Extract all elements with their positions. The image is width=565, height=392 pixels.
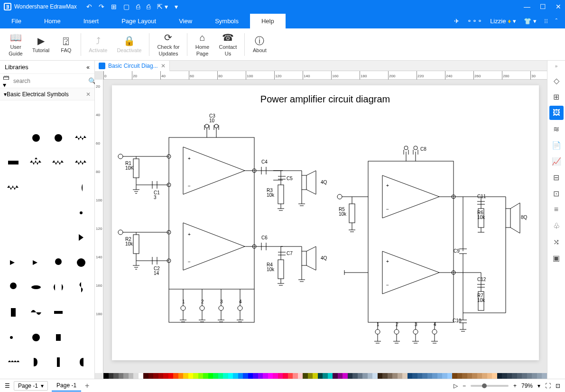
fill-icon[interactable]: ◇: [549, 73, 564, 88]
grid-icon[interactable]: ⊞: [549, 90, 564, 104]
symbol-photodiode[interactable]: [25, 252, 47, 273]
more-icon[interactable]: ▾: [175, 3, 178, 10]
symbol-bulb[interactable]: [70, 252, 93, 273]
color-swatch[interactable]: [283, 373, 288, 379]
about-button[interactable]: ⓘAbout: [248, 33, 271, 55]
color-swatch[interactable]: [173, 373, 178, 379]
color-swatch[interactable]: [129, 373, 134, 379]
color-swatch[interactable]: [402, 373, 408, 379]
color-swatch[interactable]: [338, 373, 343, 379]
color-swatch[interactable]: [258, 373, 263, 379]
color-swatch[interactable]: [542, 373, 547, 379]
color-swatch[interactable]: [248, 373, 253, 379]
color-swatch[interactable]: [198, 373, 204, 379]
color-swatch[interactable]: [148, 373, 154, 379]
menu-symbols[interactable]: Symbols: [204, 14, 250, 28]
color-swatch[interactable]: [278, 373, 283, 379]
user-menu[interactable]: Lizzie ♦ ▾: [490, 18, 516, 25]
color-swatch[interactable]: [492, 373, 497, 379]
image-icon[interactable]: 🖼: [549, 106, 564, 120]
color-swatch[interactable]: [368, 373, 373, 379]
color-swatch[interactable]: [153, 373, 158, 379]
color-swatch[interactable]: [253, 373, 258, 379]
color-swatch[interactable]: [527, 373, 532, 379]
symbol-wave[interactable]: [25, 302, 47, 323]
symbol-fuse[interactable]: [25, 277, 47, 298]
color-swatch[interactable]: [298, 373, 303, 379]
color-swatch[interactable]: [408, 373, 413, 379]
page-list-icon[interactable]: ☰: [5, 383, 10, 389]
chevron-down-icon[interactable]: ▾: [537, 383, 540, 389]
close-tab-icon[interactable]: ✕: [161, 63, 166, 69]
color-swatch[interactable]: [103, 373, 109, 379]
symbol-junction[interactable]: [70, 102, 93, 123]
page-tab[interactable]: Page -1: [52, 380, 81, 392]
color-swatch[interactable]: [333, 373, 338, 379]
faq-button[interactable]: ⍰FAQ: [54, 33, 78, 55]
color-swatch[interactable]: [268, 373, 273, 379]
canvas-scroll[interactable]: Power amplifier circuit diagram C3 10: [103, 80, 547, 373]
table-icon[interactable]: ⊟: [549, 170, 564, 184]
symbol-antenna[interactable]: [25, 227, 47, 248]
color-swatch[interactable]: [203, 373, 208, 379]
shuffle-icon[interactable]: ⤭: [549, 235, 564, 249]
zoom-level[interactable]: 79%: [521, 383, 533, 389]
collapse-left-icon[interactable]: «: [86, 64, 90, 71]
color-swatch[interactable]: [188, 373, 194, 379]
page-selector[interactable]: Page -1 ▾: [14, 381, 48, 391]
symbol-switch[interactable]: [47, 277, 70, 298]
color-swatch[interactable]: [487, 373, 492, 379]
color-swatch[interactable]: [512, 373, 517, 379]
color-swatch[interactable]: [303, 373, 308, 379]
align-icon[interactable]: ≡: [549, 202, 564, 217]
color-swatch[interactable]: [388, 373, 393, 379]
color-swatch[interactable]: [323, 373, 328, 379]
color-swatch[interactable]: [392, 373, 398, 379]
color-swatch[interactable]: [477, 373, 482, 379]
library-icon[interactable]: 🗃 ▾: [3, 73, 9, 89]
symbol-source-circle2[interactable]: [47, 128, 70, 148]
symbol-core[interactable]: [25, 352, 47, 373]
share-icon[interactable]: ⚬⚬⚬: [467, 18, 482, 25]
fit-icon[interactable]: ⛶: [545, 383, 551, 389]
collapse-ribbon-icon[interactable]: ˆ: [556, 18, 557, 25]
page-canvas[interactable]: Power amplifier circuit diagram C3 10: [112, 85, 539, 360]
library-search-input[interactable]: [11, 76, 86, 86]
symbol-line[interactable]: [2, 327, 25, 348]
fullscreen-icon[interactable]: ⊡: [556, 383, 560, 389]
color-swatch[interactable]: [482, 373, 487, 379]
close-category-icon[interactable]: ✕: [86, 91, 91, 98]
layers-icon[interactable]: ≋: [549, 122, 564, 136]
symbol-varistor[interactable]: [70, 152, 93, 173]
color-swatch[interactable]: [288, 373, 293, 379]
symbol-jack[interactable]: [70, 327, 93, 348]
symbol-pot[interactable]: [25, 152, 47, 173]
color-swatch[interactable]: [452, 373, 457, 379]
color-swatch[interactable]: [213, 373, 218, 379]
export-icon[interactable]: ⇱ ▾: [157, 3, 168, 10]
color-swatch[interactable]: [293, 373, 298, 379]
present-icon[interactable]: ▣: [549, 251, 564, 265]
menu-home[interactable]: Home: [33, 14, 72, 28]
undo-icon[interactable]: ↶: [86, 3, 92, 10]
menu-help[interactable]: Help: [250, 14, 286, 28]
color-swatch[interactable]: [178, 373, 184, 379]
color-swatch[interactable]: [462, 373, 467, 379]
symbol-fuse2[interactable]: [47, 302, 70, 323]
zoom-in-icon[interactable]: +: [513, 383, 517, 389]
color-swatch[interactable]: [422, 373, 427, 379]
symbol-cap3[interactable]: [2, 202, 25, 223]
color-swatch[interactable]: [168, 373, 174, 379]
color-swatch[interactable]: [372, 373, 378, 379]
color-swatch[interactable]: [432, 373, 437, 379]
minimize-button[interactable]: —: [524, 3, 530, 10]
tutorial-button[interactable]: ▶Tutorial: [28, 33, 54, 55]
check-updates-button[interactable]: ⟳Check for Updates: [152, 30, 184, 58]
apps-icon[interactable]: ⁝⁝: [544, 18, 548, 25]
symbol-capacitor2[interactable]: [70, 177, 93, 198]
color-swatch[interactable]: [517, 373, 522, 379]
document-tab[interactable]: Basic Circuit Diag... ✕: [95, 61, 170, 71]
color-swatch[interactable]: [238, 373, 243, 379]
color-swatch[interactable]: [502, 373, 507, 379]
contact-us-button[interactable]: ☎Contact Us: [214, 30, 241, 58]
